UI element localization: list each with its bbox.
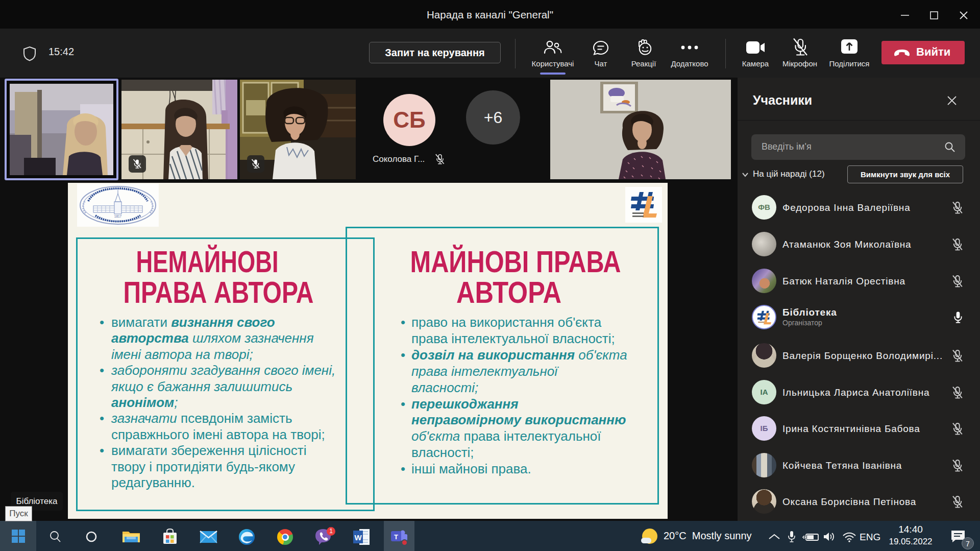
svg-text:W: W: [354, 533, 362, 542]
svg-text:T: T: [394, 533, 398, 541]
svg-text:1817: 1817: [114, 214, 122, 218]
